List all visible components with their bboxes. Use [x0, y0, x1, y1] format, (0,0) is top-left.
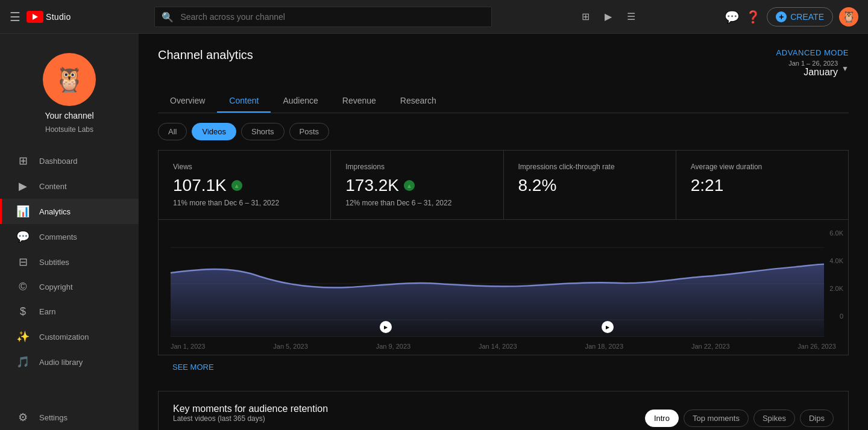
tab-revenue[interactable]: Revenue — [330, 90, 388, 113]
top-nav: ☰ Studio 🔍 ⊞ ▶ ☰ 💬 ❓ + CREATE 🦉 — [0, 0, 868, 34]
video-marker-2[interactable]: ▶ — [602, 321, 614, 333]
views-up-arrow: ▲ — [231, 180, 242, 191]
customization-icon: ✨ — [16, 330, 30, 343]
search-icon: 🔍 — [162, 11, 174, 22]
avatar[interactable]: 🦉 — [839, 7, 858, 26]
moment-tabs: Intro Top moments Spikes Dips — [645, 410, 834, 427]
sidebar-item-copyright[interactable]: © Copyright — [0, 275, 139, 299]
sidebar-item-audio-library[interactable]: 🎵 Audio library — [0, 349, 139, 375]
sidebar-item-earn[interactable]: $ Earn — [0, 299, 139, 324]
moment-tab-top-moments[interactable]: Top moments — [684, 410, 749, 427]
yt-logo[interactable]: Studio — [27, 11, 71, 23]
stat-impressions-value: 173.2K ▲ — [345, 176, 488, 195]
main-area: 🦉 Your channel Hootsuite Labs ⊞ Dashboar… — [0, 34, 868, 430]
pill-videos[interactable]: Videos — [192, 123, 236, 140]
page-title: Channel analytics — [158, 48, 253, 62]
copyright-icon: © — [16, 281, 30, 293]
channel-name: Your channel — [45, 111, 93, 120]
chart-container: ▶ ▶ 6.0K 4.0K 2.0K 0 Jan 1, 2023 Jan 5, … — [158, 220, 849, 355]
create-plus-icon: + — [776, 11, 787, 22]
dashboard-icon: ⊞ — [16, 154, 30, 167]
sidebar: 🦉 Your channel Hootsuite Labs ⊞ Dashboar… — [0, 34, 139, 430]
date-range: Jan 1 – 26, 2023 — [788, 60, 838, 67]
advanced-mode-button[interactable]: ADVANCED MODE — [776, 48, 849, 57]
pill-shorts[interactable]: Shorts — [241, 123, 285, 140]
stat-impressions: Impressions 173.2K ▲ 12% more than Dec 6… — [331, 151, 503, 219]
chart-x-labels: Jan 1, 2023 Jan 5, 2023 Jan 9, 2023 Jan … — [159, 338, 848, 355]
comments-icon: 💬 — [16, 230, 30, 243]
tab-overview[interactable]: Overview — [158, 90, 217, 113]
search-input[interactable] — [154, 7, 492, 27]
settings-icon: ⚙ — [16, 411, 30, 424]
create-label: CREATE — [790, 12, 824, 22]
pill-all[interactable]: All — [158, 123, 187, 140]
video-marker-1[interactable]: ▶ — [380, 321, 392, 333]
stat-impressions-label: Impressions — [345, 163, 488, 171]
stat-avg-duration: Average view duration 2:21 — [676, 151, 848, 219]
nav-right: 💬 ❓ + CREATE 🦉 — [725, 7, 858, 26]
channel-info: 🦉 Your channel Hootsuite Labs — [0, 43, 139, 148]
filter-pills: All Videos Shorts Posts — [158, 123, 849, 140]
grid-icon[interactable]: ⊞ — [576, 7, 595, 26]
stat-views: Views 107.1K ▲ 11% more than Dec 6 – 31,… — [159, 151, 331, 219]
channel-avatar[interactable]: 🦉 — [43, 53, 96, 106]
content-area: Channel analytics ADVANCED MODE Jan 1 – … — [139, 34, 868, 430]
help-icon[interactable]: ❓ — [746, 10, 761, 24]
stat-views-change: 11% more than Dec 6 – 31, 2022 — [173, 199, 316, 207]
sidebar-item-subtitles[interactable]: ⊟ Subtitles — [0, 249, 139, 275]
chevron-down-icon: ▼ — [841, 64, 849, 73]
stat-duration-label: Average view duration — [691, 163, 834, 171]
earn-icon: $ — [16, 305, 30, 318]
chart-inner: ▶ ▶ 6.0K 4.0K 2.0K 0 — [159, 229, 848, 338]
subtitles-icon: ⊟ — [16, 255, 30, 269]
sidebar-item-comments[interactable]: 💬 Comments — [0, 224, 139, 249]
stats-row: Views 107.1K ▲ 11% more than Dec 6 – 31,… — [158, 150, 849, 220]
create-button[interactable]: + CREATE — [767, 7, 833, 26]
moment-tab-intro[interactable]: Intro — [645, 410, 679, 427]
key-moments: Key moments for audience retention Lates… — [158, 391, 849, 430]
moment-tab-spikes[interactable]: Spikes — [753, 410, 795, 427]
content-icon: ▶ — [16, 179, 30, 193]
search-bar: 🔍 — [154, 7, 492, 27]
stat-ctr: Impressions click-through rate 8.2% — [504, 151, 676, 219]
chart-y-labels: 6.0K 4.0K 2.0K 0 — [829, 229, 843, 320]
stat-ctr-value: 8.2% — [518, 176, 661, 195]
channel-subtitle: Hootsuite Labs — [45, 125, 93, 134]
tab-content[interactable]: Content — [217, 90, 271, 113]
nav-center-icons: ⊞ ▶ ☰ — [576, 7, 641, 26]
tab-research[interactable]: Research — [388, 90, 448, 113]
impressions-up-arrow: ▲ — [404, 180, 415, 191]
stat-views-label: Views — [173, 163, 316, 171]
stat-ctr-label: Impressions click-through rate — [518, 163, 661, 171]
sidebar-item-settings[interactable]: ⚙ Settings — [0, 405, 139, 430]
page-header: Channel analytics ADVANCED MODE Jan 1 – … — [158, 48, 849, 78]
analytics-icon: 📊 — [16, 205, 30, 218]
menu-icon[interactable]: ☰ — [621, 7, 641, 26]
studio-text: Studio — [46, 12, 71, 22]
sidebar-item-content[interactable]: ▶ Content — [0, 173, 139, 199]
notification-icon[interactable]: 💬 — [725, 10, 740, 24]
sidebar-item-customization[interactable]: ✨ Customization — [0, 324, 139, 349]
content-tabs: Overview Content Audience Revenue Resear… — [158, 90, 849, 113]
sidebar-item-analytics[interactable]: 📊 Analytics — [0, 199, 139, 224]
date-month: January — [788, 67, 838, 78]
key-moments-subtitle: Latest videos (last 365 days) — [173, 414, 328, 423]
moment-tab-dips[interactable]: Dips — [800, 410, 834, 427]
tab-audience[interactable]: Audience — [271, 90, 330, 113]
stat-impressions-change: 12% more than Dec 6 – 31, 2022 — [345, 199, 488, 207]
audio-icon: 🎵 — [16, 355, 30, 369]
play-icon[interactable]: ▶ — [599, 7, 618, 26]
hamburger-icon[interactable]: ☰ — [10, 10, 20, 24]
sidebar-item-dashboard[interactable]: ⊞ Dashboard — [0, 148, 139, 173]
pill-posts[interactable]: Posts — [289, 123, 330, 140]
see-more-button[interactable]: SEE MORE — [158, 355, 849, 379]
key-moments-title: Key moments for audience retention — [173, 404, 328, 414]
stat-views-value: 107.1K ▲ — [173, 176, 316, 195]
stat-duration-value: 2:21 — [691, 176, 834, 195]
date-picker[interactable]: Jan 1 – 26, 2023 January ▼ — [788, 60, 849, 78]
key-moments-header: Key moments for audience retention Lates… — [173, 404, 834, 430]
youtube-logo-icon — [27, 11, 43, 23]
